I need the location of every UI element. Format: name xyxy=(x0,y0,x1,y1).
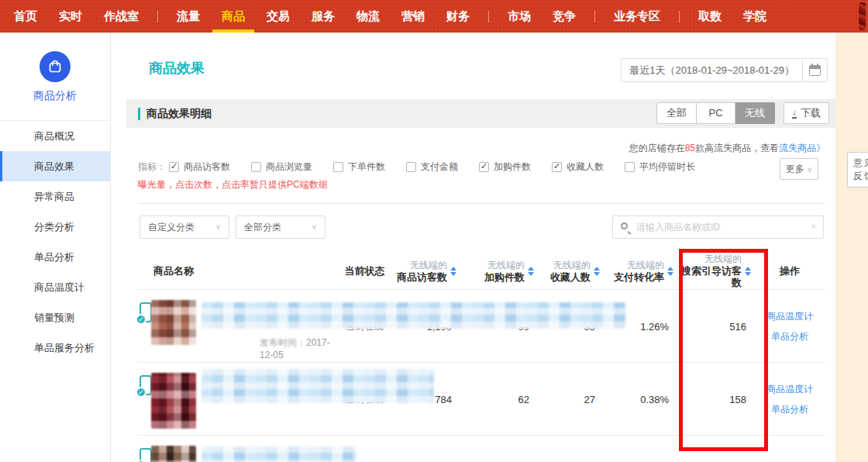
download-icon: ↓ xyxy=(792,109,797,119)
metric-pay-amount[interactable]: 支付金额 xyxy=(406,160,458,174)
loss-goods-notice: 您的店铺存在85款高流失商品，查看流失商品》 xyxy=(629,142,825,155)
checkbox-checked-icon[interactable] xyxy=(169,162,179,172)
nav-item-competition[interactable]: 竞争 xyxy=(542,0,587,33)
sidebar-item-goods-effect[interactable]: 商品效果 xyxy=(0,151,110,181)
dropdown-value: 全部分类 xyxy=(244,222,281,233)
metrics-label: 指标： xyxy=(138,160,166,174)
single-item-analysis-link[interactable]: 单品分析 xyxy=(771,403,808,416)
search-visitors-cell: 516 xyxy=(677,321,754,333)
table-row: ✓ 商品温度计 xyxy=(138,436,825,462)
nav-item-business-zone[interactable]: 业务专区 xyxy=(603,0,671,33)
detail-section-title: 商品效果明细 xyxy=(146,107,212,121)
col-header-search-visitors[interactable]: 无线端的搜索引导访客数 xyxy=(677,253,754,288)
main-content: 商品效果 最近1天（2018-01-29~2018-01-29） 商品效果明细 … xyxy=(111,33,835,462)
checkbox-icon[interactable] xyxy=(251,162,261,172)
mobile-online-icon: ✓ xyxy=(140,302,152,322)
col-header-add-cart[interactable]: 无线端的加购件数 xyxy=(460,260,537,283)
thermometer-link[interactable]: 商品温度计 xyxy=(766,383,813,396)
sidebar-section-label: 商品分析 xyxy=(0,89,110,103)
clear-search-icon[interactable]: × xyxy=(811,220,817,233)
product-thumbnail-blurred[interactable] xyxy=(151,446,196,462)
loss-goods-link[interactable]: 流失商品》 xyxy=(779,143,825,153)
nav-item-goods[interactable]: 商品 xyxy=(211,0,256,33)
sort-icon[interactable] xyxy=(528,267,534,276)
nav-item-logistics[interactable]: 物流 xyxy=(346,0,391,33)
col-sub-label: 无线端的 xyxy=(397,260,447,271)
col-sub-label: 无线端的 xyxy=(614,260,664,271)
checkbox-icon[interactable] xyxy=(406,162,416,172)
nav-item-trade[interactable]: 交易 xyxy=(256,0,301,33)
sidebar-item-sales-forecast[interactable]: 销量预测 xyxy=(0,302,110,333)
download-button[interactable]: ↓ 下载 xyxy=(784,102,829,124)
col-main-label: 搜索引导访客数 xyxy=(677,265,742,288)
sort-icon[interactable] xyxy=(667,267,673,276)
product-title-blurred[interactable] xyxy=(202,302,626,329)
metric-pageviews[interactable]: 商品浏览量 xyxy=(251,160,312,174)
single-item-analysis-link[interactable]: 单品分析 xyxy=(771,330,808,343)
product-search: × xyxy=(612,215,824,239)
all-category-dropdown[interactable]: 全部分类 ∨ xyxy=(236,215,326,239)
check-badge-icon: ✓ xyxy=(136,387,146,398)
sort-icon[interactable] xyxy=(450,267,456,276)
sidebar-item-category-analysis[interactable]: 分类分析 xyxy=(0,212,110,242)
product-thumbnail-blurred[interactable] xyxy=(151,300,196,345)
sort-icon[interactable] xyxy=(745,267,751,276)
checkbox-icon[interactable] xyxy=(625,162,635,172)
channel-tab-pc[interactable]: PC xyxy=(697,102,735,124)
goods-name-cell: ✓ xyxy=(138,436,336,462)
nav-item-realtime[interactable]: 实时 xyxy=(48,0,93,33)
col-header-pay-conversion[interactable]: 无线端的支付转化率 xyxy=(603,260,677,283)
nav-item-home[interactable]: 首页 xyxy=(3,0,48,33)
calendar-button[interactable] xyxy=(803,58,828,82)
actions-cell: 商品温度计 单品分析 xyxy=(754,383,825,416)
chevron-down-icon: ∨ xyxy=(807,165,812,174)
metric-add-cart[interactable]: 加购件数 xyxy=(479,160,531,174)
sidebar-item-single-item-analysis[interactable]: 单品分析 xyxy=(0,242,110,272)
sidebar: 商品分析 商品概况 商品效果 异常商品 分类分析 单品分析 商品温度计 销量预测… xyxy=(0,33,111,462)
checkbox-checked-icon[interactable] xyxy=(552,162,562,172)
sort-icon[interactable] xyxy=(594,267,600,276)
notice-suffix: 款高流失商品，查看 xyxy=(695,143,779,153)
nav-item-marketing[interactable]: 营销 xyxy=(391,0,436,33)
metric-stay-time[interactable]: 平均停留时长 xyxy=(625,160,695,174)
thermometer-link[interactable]: 商品温度计 xyxy=(766,310,813,323)
nav-item-war-room[interactable]: 作战室 xyxy=(93,0,150,33)
channel-tab-all[interactable]: 全部 xyxy=(656,102,697,124)
nav-item-academy[interactable]: 学院 xyxy=(732,0,777,33)
feedback-tab[interactable]: 意见反馈 xyxy=(847,152,868,188)
more-metrics-button[interactable]: 更多 ∨ xyxy=(780,158,818,180)
chevron-down-icon: ∨ xyxy=(312,216,317,238)
col-header-visitors[interactable]: 无线端的商品访客数 xyxy=(394,260,460,283)
nav-item-finance[interactable]: 财务 xyxy=(436,0,480,33)
download-label: 下载 xyxy=(801,103,821,123)
col-main-label: 支付转化率 xyxy=(614,271,664,283)
sidebar-item-single-item-service[interactable]: 单品服务分析 xyxy=(0,333,110,363)
product-thumbnail-blurred[interactable] xyxy=(151,373,196,429)
checkbox-checked-icon[interactable] xyxy=(479,162,489,172)
col-header-status: 当前状态 xyxy=(336,264,394,278)
metric-orders[interactable]: 下单件数 xyxy=(333,160,385,174)
sidebar-item-goods-overview[interactable]: 商品概况 xyxy=(0,121,110,151)
sidebar-item-abnormal-goods[interactable]: 异常商品 xyxy=(0,181,110,212)
more-label: 更多 xyxy=(786,164,804,174)
nav-item-data-extract[interactable]: 取数 xyxy=(687,0,732,33)
dropdown-value: 自定义分类 xyxy=(148,222,195,233)
nav-divider xyxy=(157,11,158,22)
metric-visitors[interactable]: 商品访客数 xyxy=(169,160,230,174)
col-header-favorites[interactable]: 无线端的收藏人数 xyxy=(537,260,603,283)
date-range-value[interactable]: 最近1天（2018-01-29~2018-01-29） xyxy=(621,58,803,82)
custom-category-dropdown[interactable]: 自定义分类 ∨ xyxy=(140,215,229,239)
nav-item-service[interactable]: 服务 xyxy=(301,0,346,33)
search-input[interactable] xyxy=(636,216,803,238)
nav-item-traffic[interactable]: 流量 xyxy=(166,0,211,33)
product-title-blurred[interactable] xyxy=(202,446,356,462)
checkbox-icon[interactable] xyxy=(333,162,343,172)
product-title-blurred[interactable] xyxy=(202,369,434,403)
metric-favorites[interactable]: 收藏人数 xyxy=(552,160,604,174)
metric-label: 商品浏览量 xyxy=(266,160,312,174)
metric-label: 支付金额 xyxy=(421,160,458,174)
sidebar-section-header: 商品分析 xyxy=(0,33,110,103)
channel-tab-wireless[interactable]: 无线 xyxy=(735,102,775,124)
sidebar-item-goods-thermometer[interactable]: 商品温度计 xyxy=(0,272,110,302)
nav-item-market[interactable]: 市场 xyxy=(497,0,542,33)
